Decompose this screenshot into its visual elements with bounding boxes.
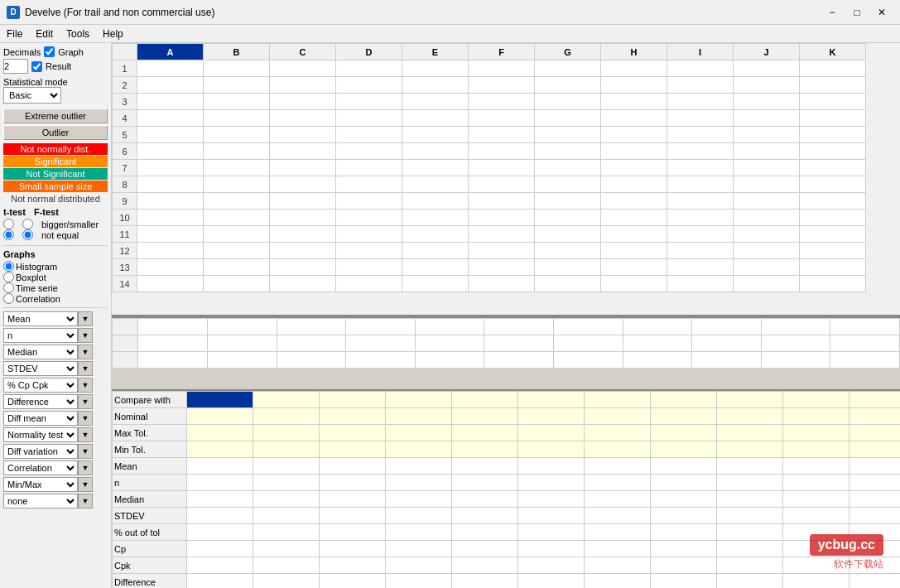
cell[interactable] bbox=[469, 259, 535, 276]
cell[interactable] bbox=[734, 60, 800, 77]
cell[interactable] bbox=[800, 276, 866, 292]
cell[interactable] bbox=[469, 60, 535, 77]
cell[interactable] bbox=[783, 408, 849, 425]
cell[interactable] bbox=[601, 176, 667, 193]
cell[interactable] bbox=[270, 127, 336, 143]
cell[interactable] bbox=[535, 210, 601, 226]
cell[interactable] bbox=[601, 110, 667, 127]
cell[interactable] bbox=[535, 143, 601, 160]
cell[interactable] bbox=[535, 110, 601, 127]
cell[interactable] bbox=[651, 524, 717, 541]
cell[interactable] bbox=[402, 226, 469, 243]
cell[interactable] bbox=[469, 110, 535, 127]
cell[interactable] bbox=[623, 352, 692, 369]
cell[interactable] bbox=[734, 110, 800, 127]
cell[interactable] bbox=[761, 319, 830, 335]
cell[interactable] bbox=[651, 475, 717, 491]
cell[interactable] bbox=[469, 160, 535, 176]
cell[interactable] bbox=[585, 425, 651, 441]
cell[interactable] bbox=[601, 160, 667, 176]
cell[interactable] bbox=[553, 319, 623, 335]
cell[interactable] bbox=[402, 60, 469, 77]
cell[interactable] bbox=[253, 541, 320, 557]
cell[interactable] bbox=[469, 226, 535, 243]
cell[interactable] bbox=[783, 475, 849, 491]
cell[interactable] bbox=[452, 557, 518, 574]
cell[interactable] bbox=[204, 193, 270, 210]
cell[interactable] bbox=[717, 524, 783, 541]
cell[interactable] bbox=[518, 408, 585, 425]
cell[interactable] bbox=[518, 541, 585, 557]
cell[interactable] bbox=[270, 94, 336, 110]
cell[interactable] bbox=[138, 352, 208, 369]
cell[interactable] bbox=[800, 259, 866, 276]
cell[interactable] bbox=[187, 441, 253, 458]
cell[interactable] bbox=[585, 557, 651, 574]
cell[interactable] bbox=[204, 210, 270, 226]
cell[interactable] bbox=[800, 77, 866, 94]
cell[interactable] bbox=[849, 458, 901, 475]
cell[interactable] bbox=[204, 259, 270, 276]
cell[interactable] bbox=[253, 458, 320, 475]
col-header-c[interactable]: C bbox=[270, 44, 336, 60]
cell[interactable] bbox=[849, 508, 901, 524]
cell[interactable] bbox=[187, 475, 253, 491]
cell[interactable] bbox=[601, 60, 667, 77]
cell[interactable] bbox=[601, 210, 667, 226]
cell[interactable] bbox=[204, 110, 270, 127]
col-header-d[interactable]: D bbox=[336, 44, 402, 60]
cell[interactable] bbox=[734, 77, 800, 94]
cell[interactable] bbox=[336, 60, 402, 77]
cell[interactable] bbox=[734, 143, 800, 160]
cell[interactable] bbox=[320, 408, 386, 425]
cell[interactable] bbox=[667, 243, 734, 259]
cell[interactable] bbox=[469, 193, 535, 210]
cell[interactable] bbox=[469, 210, 535, 226]
cell[interactable] bbox=[800, 127, 866, 143]
cell[interactable] bbox=[651, 541, 717, 557]
stat-select-correlation[interactable]: Correlation bbox=[3, 460, 78, 475]
cell[interactable] bbox=[204, 243, 270, 259]
cell[interactable] bbox=[452, 425, 518, 441]
cell[interactable] bbox=[187, 574, 253, 589]
cell[interactable] bbox=[667, 77, 734, 94]
cell[interactable] bbox=[270, 276, 336, 292]
cell[interactable] bbox=[402, 176, 469, 193]
col-header-j[interactable]: J bbox=[734, 44, 800, 60]
correlation-radio[interactable] bbox=[3, 293, 14, 304]
cell[interactable] bbox=[386, 392, 452, 408]
boxplot-radio[interactable] bbox=[3, 272, 14, 282]
cell[interactable] bbox=[452, 508, 518, 524]
cell[interactable] bbox=[800, 94, 866, 110]
stat-select-median[interactable]: Median bbox=[3, 345, 78, 359]
cell[interactable] bbox=[402, 77, 469, 94]
cell[interactable] bbox=[623, 319, 692, 335]
histogram-radio[interactable] bbox=[3, 261, 14, 272]
cell[interactable] bbox=[452, 408, 518, 425]
stat-select-diffmean[interactable]: Diff mean bbox=[3, 411, 78, 426]
cell[interactable] bbox=[320, 458, 386, 475]
cell[interactable] bbox=[667, 160, 734, 176]
cell[interactable] bbox=[601, 94, 667, 110]
cell[interactable] bbox=[717, 508, 783, 524]
cell[interactable] bbox=[415, 319, 484, 335]
cell[interactable] bbox=[320, 557, 386, 574]
cell[interactable] bbox=[667, 259, 734, 276]
col-header-b[interactable]: B bbox=[204, 44, 270, 60]
cell[interactable] bbox=[253, 491, 320, 508]
cell[interactable] bbox=[667, 176, 734, 193]
cell[interactable] bbox=[452, 392, 518, 408]
cell[interactable] bbox=[320, 491, 386, 508]
cell[interactable] bbox=[386, 574, 452, 589]
cell[interactable] bbox=[849, 574, 901, 589]
stat-select-minmax[interactable]: Min/Max bbox=[3, 477, 78, 492]
cell[interactable] bbox=[518, 475, 585, 491]
cell[interactable] bbox=[137, 210, 204, 226]
cell[interactable] bbox=[204, 60, 270, 77]
stat-btn-cpcpk[interactable]: ▼ bbox=[78, 378, 93, 393]
cell[interactable] bbox=[800, 60, 866, 77]
menu-edit[interactable]: Edit bbox=[29, 27, 60, 41]
col-header-g[interactable]: G bbox=[535, 44, 601, 60]
cell[interactable] bbox=[518, 508, 585, 524]
cell[interactable] bbox=[800, 176, 866, 193]
